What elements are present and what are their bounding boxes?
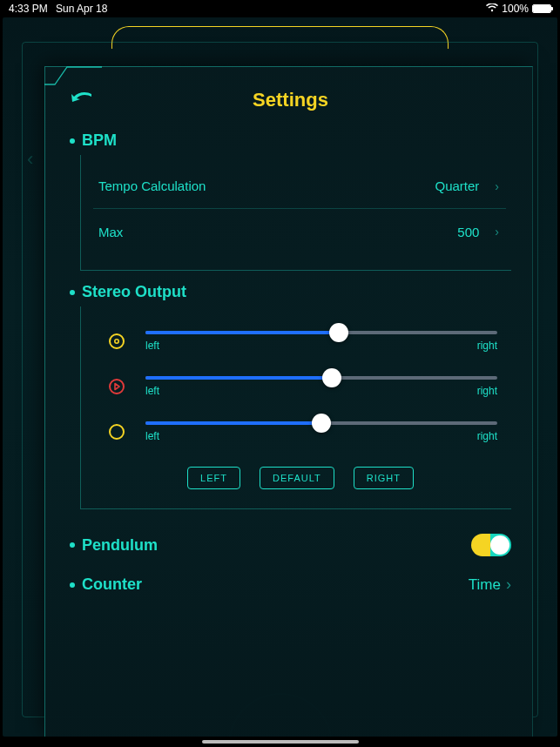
bullet-icon [70,582,75,588]
chevron-right-icon: › [495,179,499,193]
stereo-slider-row-3: left right [104,421,497,442]
section-heading-pendulum-label: Pendulum [82,536,158,555]
bpm-box: Tempo Calculation Quarter › Max 500 › [80,155,511,271]
slider-label-left: left [145,385,159,397]
row-pendulum: Pendulum [70,534,511,556]
stereo-box: left right lef [80,306,511,509]
open-circle-icon [104,423,130,441]
play-circle-icon [104,378,130,395]
stereo-preset-row: LEFT DEFAULT RIGHT [104,467,497,489]
svg-point-2 [110,380,124,394]
stereo-slider-1[interactable] [145,331,497,334]
section-heading-counter-label: Counter [82,575,142,594]
settings-panel: Settings BPM Tempo Calculation Quarter ›… [44,66,533,737]
status-bar: 4:33 PM Sun Apr 18 100% [0,0,560,17]
slider-label-right: right [477,385,497,397]
app-stage: ‹ Settings BPM [3,17,557,737]
preset-default-button[interactable]: DEFAULT [260,467,334,489]
bullet-icon [70,138,75,144]
status-time: 4:33 PM [9,3,48,15]
battery-percent: 100% [502,3,529,15]
chevron-right-icon: › [506,575,511,594]
preset-right-button[interactable]: RIGHT [354,467,414,489]
svg-point-0 [110,334,124,348]
svg-point-3 [110,425,124,439]
row-label: Max [98,225,123,239]
stereo-slider-3[interactable] [145,421,497,425]
background-back-chevron: ‹ [27,148,33,171]
section-heading-stereo: Stereo Output [70,283,511,301]
panel-header: Settings [70,81,511,119]
panel-title: Settings [70,89,511,111]
row-counter[interactable]: Counter Time › [70,575,511,594]
stereo-slider-row-1: left right [104,331,497,352]
counter-value: Time [469,576,501,594]
status-date: Sun Apr 18 [56,3,107,15]
preset-left-button[interactable]: LEFT [187,467,240,489]
row-value: 500 [457,225,479,239]
accent-circle-icon [104,333,130,350]
slider-label-right: right [477,340,497,352]
bullet-icon [70,290,75,295]
pendulum-toggle[interactable] [471,534,511,556]
slider-label-left: left [145,340,159,352]
section-heading-bpm: BPM [70,131,511,150]
row-max[interactable]: Max 500 › [93,209,506,254]
home-indicator [202,740,359,744]
svg-point-1 [115,340,118,343]
chevron-right-icon: › [495,225,499,239]
section-heading-stereo-label: Stereo Output [82,283,186,301]
slider-label-left: left [145,430,159,442]
row-tempo-calculation[interactable]: Tempo Calculation Quarter › [93,164,506,209]
wifi-icon [486,3,498,15]
bullet-icon [70,542,75,548]
stereo-slider-row-2: left right [104,376,497,397]
battery-icon [532,4,551,13]
stereo-slider-2[interactable] [145,376,497,380]
row-value: Quarter [435,178,479,193]
section-heading-bpm-label: BPM [82,131,117,150]
slider-label-right: right [477,430,497,442]
row-label: Tempo Calculation [98,178,206,193]
